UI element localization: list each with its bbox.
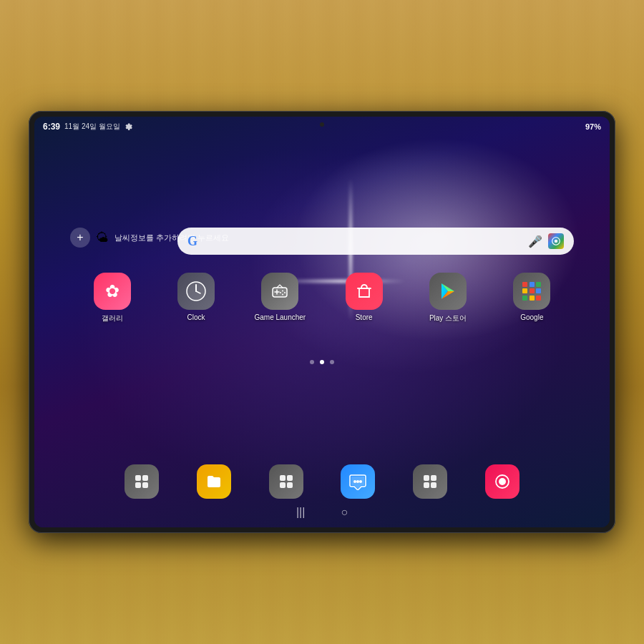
playstore-icon bbox=[429, 273, 467, 310]
google-search-bar[interactable]: G 🎤 bbox=[177, 228, 574, 255]
plus-icon: + bbox=[77, 231, 83, 244]
clock-icon bbox=[177, 273, 215, 310]
app-item-playstore[interactable]: Play 스토어 bbox=[406, 267, 489, 329]
tablet-frame: 6:39 11월 24일 월요일 97% + 🌤 날씨정보를 추가하려면 누르세… bbox=[29, 111, 615, 533]
status-date: 11월 24일 월요일 bbox=[64, 122, 120, 132]
weather-icon: 🌤 bbox=[96, 230, 109, 245]
navigation-bar: ||| ○ bbox=[34, 502, 610, 523]
page-dot-1[interactable] bbox=[310, 360, 314, 364]
svg-point-8 bbox=[284, 292, 286, 293]
page-dot-3[interactable] bbox=[330, 360, 334, 364]
store-icon bbox=[346, 273, 383, 310]
svg-rect-12 bbox=[142, 475, 148, 481]
svg-point-26 bbox=[499, 478, 506, 485]
mic-icon[interactable]: 🎤 bbox=[528, 235, 542, 248]
google-apps-icon bbox=[513, 273, 550, 310]
app-dock bbox=[106, 464, 538, 499]
gallery-icon: ✿ bbox=[94, 273, 131, 310]
dock-item-2[interactable] bbox=[178, 464, 250, 499]
app-item-gamelauncher[interactable]: Game Launcher bbox=[238, 267, 322, 329]
page-dot-2[interactable] bbox=[320, 360, 324, 364]
svg-rect-23 bbox=[431, 475, 436, 481]
svg-rect-13 bbox=[135, 482, 141, 488]
app-item-store[interactable]: Store bbox=[322, 267, 406, 329]
status-left: 6:39 11월 24일 월요일 bbox=[43, 122, 133, 132]
gamelauncher-label: Game Launcher bbox=[254, 313, 306, 321]
dock-item-6[interactable] bbox=[466, 464, 538, 499]
tablet-screen: 6:39 11월 24일 월요일 97% + 🌤 날씨정보를 추가하려면 누르세… bbox=[34, 117, 610, 527]
svg-point-9 bbox=[282, 294, 283, 296]
battery-indicator: 97% bbox=[585, 122, 601, 131]
svg-rect-18 bbox=[287, 482, 293, 488]
svg-point-7 bbox=[282, 291, 283, 292]
svg-point-0 bbox=[555, 240, 558, 243]
dock-icon-4 bbox=[341, 464, 375, 499]
dock-icon-3 bbox=[269, 464, 303, 499]
svg-point-10 bbox=[280, 292, 281, 293]
clock-label: Clock bbox=[187, 313, 205, 321]
app-item-clock[interactable]: Clock bbox=[154, 267, 238, 329]
svg-rect-14 bbox=[142, 482, 148, 488]
status-time: 6:39 bbox=[43, 122, 60, 132]
recent-apps-button[interactable]: ||| bbox=[296, 506, 305, 519]
app-item-gallery[interactable]: ✿ 갤러리 bbox=[70, 267, 154, 329]
playstore-label: Play 스토어 bbox=[429, 313, 467, 323]
google-label: Google bbox=[520, 313, 543, 321]
google-grid bbox=[522, 282, 541, 301]
svg-rect-22 bbox=[424, 475, 429, 481]
dock-item-1[interactable] bbox=[106, 464, 178, 499]
google-logo: G bbox=[187, 234, 197, 249]
dock-icon-1 bbox=[125, 464, 159, 499]
svg-rect-15 bbox=[280, 475, 286, 481]
gear-icon[interactable] bbox=[125, 122, 133, 131]
weather-add-button[interactable]: + bbox=[70, 228, 90, 248]
store-label: Store bbox=[356, 313, 373, 321]
dock-icon-2 bbox=[197, 464, 231, 499]
svg-rect-16 bbox=[287, 475, 293, 481]
svg-rect-24 bbox=[424, 482, 429, 488]
app-item-google[interactable]: Google bbox=[490, 267, 574, 329]
gallery-label: 갤러리 bbox=[102, 313, 123, 323]
front-camera bbox=[320, 122, 324, 127]
dock-icon-6 bbox=[485, 464, 519, 499]
svg-rect-11 bbox=[135, 475, 141, 481]
gamelauncher-icon bbox=[261, 273, 298, 310]
app-grid: ✿ 갤러리 Clock bbox=[70, 267, 574, 329]
home-button[interactable]: ○ bbox=[341, 506, 348, 519]
svg-rect-17 bbox=[280, 482, 286, 488]
dock-item-5[interactable] bbox=[394, 464, 467, 499]
page-indicators bbox=[310, 360, 334, 364]
dock-icon-5 bbox=[413, 464, 447, 499]
google-lens-icon[interactable] bbox=[548, 233, 564, 249]
status-bar: 6:39 11월 24일 월요일 97% bbox=[34, 117, 610, 137]
svg-rect-25 bbox=[431, 482, 436, 488]
dock-item-4[interactable] bbox=[322, 464, 394, 499]
dock-item-3[interactable] bbox=[250, 464, 322, 499]
